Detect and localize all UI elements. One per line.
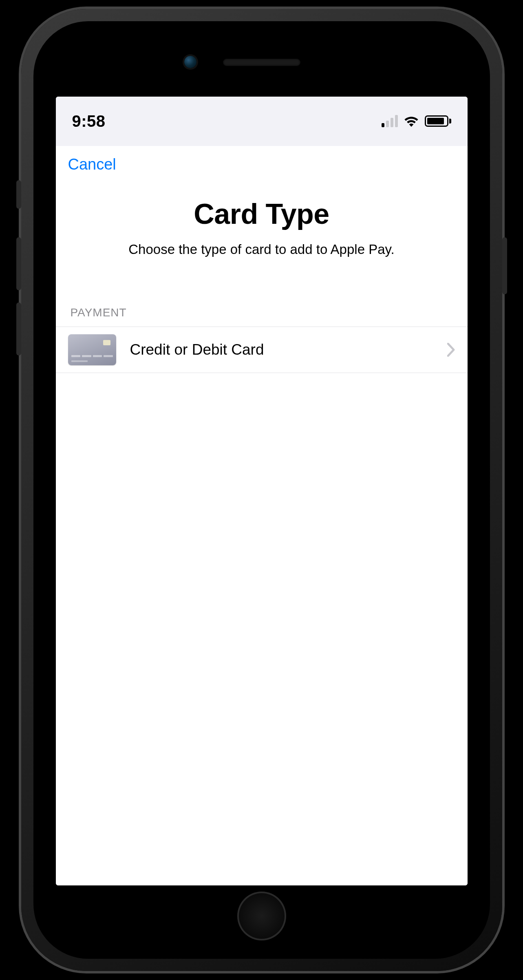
phone-bezel: 9:58	[33, 21, 490, 959]
mute-switch	[16, 180, 21, 209]
power-button	[502, 237, 507, 294]
volume-down-button	[16, 302, 21, 355]
nav-bar: Cancel	[56, 146, 468, 177]
volume-up-button	[16, 237, 21, 290]
row-credit-or-debit-card[interactable]: Credit or Debit Card	[56, 327, 468, 373]
phone-frame: 9:58	[21, 9, 502, 971]
screen: 9:58	[56, 97, 468, 885]
stage: 9:58	[0, 0, 523, 980]
status-time: 9:58	[72, 112, 106, 130]
section-header-payment: PAYMENT	[56, 257, 468, 327]
earpiece-speaker	[223, 59, 300, 66]
cancel-button[interactable]: Cancel	[68, 156, 116, 173]
credit-card-icon	[68, 334, 116, 365]
status-icons	[382, 115, 451, 127]
front-camera	[184, 56, 196, 68]
chevron-right-icon	[447, 343, 455, 357]
row-label: Credit or Debit Card	[130, 341, 447, 358]
content: Card Type Choose the type of card to add…	[56, 177, 468, 885]
status-bar: 9:58	[56, 97, 468, 146]
home-button	[237, 892, 286, 940]
cellular-signal-icon	[382, 115, 398, 127]
page-title: Card Type	[56, 177, 468, 230]
wifi-icon	[404, 115, 419, 127]
page-subtitle: Choose the type of card to add to Apple …	[56, 230, 468, 257]
battery-icon	[425, 115, 451, 127]
